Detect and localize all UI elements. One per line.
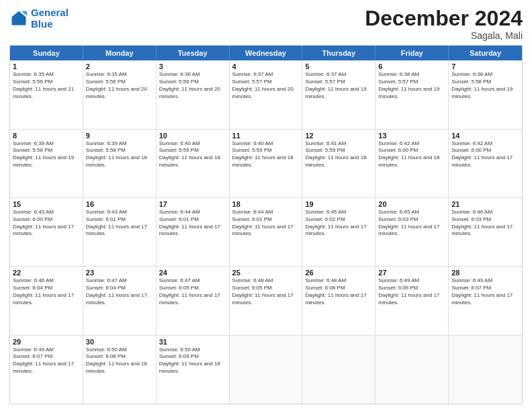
day-number: 30 bbox=[86, 338, 153, 346]
header-day-friday: Friday bbox=[375, 46, 449, 60]
cal-cell: 30 Sunrise: 6:50 AM Sunset: 6:08 PM Dayl… bbox=[83, 336, 157, 404]
cell-info: Sunrise: 6:48 AM Sunset: 6:05 PM Dayligh… bbox=[232, 277, 300, 306]
cal-cell: 15 Sunrise: 6:43 AM Sunset: 6:00 PM Dayl… bbox=[10, 198, 83, 266]
cell-info: Sunrise: 6:50 AM Sunset: 6:08 PM Dayligh… bbox=[86, 347, 153, 375]
cell-info: Sunrise: 6:38 AM Sunset: 5:58 PM Dayligh… bbox=[451, 71, 519, 100]
cal-cell: 26 Sunrise: 6:48 AM Sunset: 6:06 PM Dayl… bbox=[302, 267, 375, 334]
cell-info: Sunrise: 6:40 AM Sunset: 5:59 PM Dayligh… bbox=[232, 140, 300, 169]
day-number: 5 bbox=[305, 62, 372, 71]
day-number: 1 bbox=[13, 62, 80, 71]
calendar-body: 1 Sunrise: 6:35 AM Sunset: 5:56 PM Dayli… bbox=[10, 60, 522, 404]
location: Sagala, Mali bbox=[365, 30, 523, 41]
cell-info: Sunrise: 6:40 AM Sunset: 5:59 PM Dayligh… bbox=[159, 140, 226, 169]
day-number: 27 bbox=[378, 269, 445, 277]
day-number: 16 bbox=[86, 200, 153, 208]
calendar: SundayMondayTuesdayWednesdayThursdayFrid… bbox=[9, 45, 523, 404]
header-day-sunday: Sunday bbox=[10, 46, 83, 60]
day-number: 7 bbox=[451, 62, 519, 71]
cal-cell: 10 Sunrise: 6:40 AM Sunset: 5:59 PM Dayl… bbox=[157, 130, 230, 197]
cal-cell: 8 Sunrise: 6:39 AM Sunset: 5:58 PM Dayli… bbox=[10, 130, 83, 197]
day-number: 28 bbox=[451, 269, 519, 277]
day-number: 24 bbox=[159, 269, 226, 277]
day-number: 17 bbox=[159, 200, 226, 208]
cal-cell: 2 Sunrise: 6:35 AM Sunset: 5:56 PM Dayli… bbox=[83, 60, 157, 128]
cell-info: Sunrise: 6:44 AM Sunset: 6:01 PM Dayligh… bbox=[159, 209, 226, 238]
cal-cell: 1 Sunrise: 6:35 AM Sunset: 5:56 PM Dayli… bbox=[10, 60, 83, 128]
day-number: 20 bbox=[378, 200, 445, 208]
cal-cell: 28 Sunrise: 6:49 AM Sunset: 6:07 PM Dayl… bbox=[449, 267, 522, 334]
cal-cell: 29 Sunrise: 6:49 AM Sunset: 6:07 PM Dayl… bbox=[10, 336, 83, 404]
cal-cell: 16 Sunrise: 6:43 AM Sunset: 6:01 PM Dayl… bbox=[83, 198, 157, 266]
week-row-5: 29 Sunrise: 6:49 AM Sunset: 6:07 PM Dayl… bbox=[10, 335, 522, 404]
cal-cell: 20 Sunrise: 6:45 AM Sunset: 6:03 PM Dayl… bbox=[375, 198, 449, 266]
cell-info: Sunrise: 6:50 AM Sunset: 6:09 PM Dayligh… bbox=[159, 347, 226, 375]
cell-info: Sunrise: 6:43 AM Sunset: 6:01 PM Dayligh… bbox=[86, 209, 153, 238]
cell-info: Sunrise: 6:49 AM Sunset: 6:07 PM Dayligh… bbox=[451, 277, 519, 306]
cell-info: Sunrise: 6:45 AM Sunset: 6:03 PM Dayligh… bbox=[378, 209, 445, 238]
cal-cell bbox=[375, 336, 449, 404]
logo-icon bbox=[9, 9, 28, 28]
day-number: 18 bbox=[232, 200, 300, 208]
cell-info: Sunrise: 6:43 AM Sunset: 6:00 PM Dayligh… bbox=[13, 209, 80, 238]
cal-cell bbox=[449, 336, 522, 404]
calendar-header: SundayMondayTuesdayWednesdayThursdayFrid… bbox=[10, 46, 522, 60]
cell-info: Sunrise: 6:38 AM Sunset: 5:57 PM Dayligh… bbox=[378, 71, 445, 100]
header-day-wednesday: Wednesday bbox=[230, 46, 303, 60]
cell-info: Sunrise: 6:46 AM Sunset: 6:03 PM Dayligh… bbox=[451, 209, 519, 238]
cal-cell: 4 Sunrise: 6:37 AM Sunset: 5:57 PM Dayli… bbox=[230, 60, 303, 128]
header-day-monday: Monday bbox=[83, 46, 157, 60]
cell-info: Sunrise: 6:42 AM Sunset: 6:00 PM Dayligh… bbox=[451, 140, 519, 169]
cal-cell: 22 Sunrise: 6:46 AM Sunset: 6:04 PM Dayl… bbox=[10, 267, 83, 334]
header-day-tuesday: Tuesday bbox=[157, 46, 230, 60]
month-title: December 2024 bbox=[365, 7, 523, 30]
cal-cell: 3 Sunrise: 6:36 AM Sunset: 5:56 PM Dayli… bbox=[157, 60, 230, 128]
cell-info: Sunrise: 6:47 AM Sunset: 6:05 PM Dayligh… bbox=[159, 277, 226, 306]
day-number: 6 bbox=[378, 62, 445, 71]
day-number: 14 bbox=[451, 132, 519, 140]
day-number: 13 bbox=[378, 132, 445, 140]
day-number: 19 bbox=[305, 200, 372, 208]
cal-cell: 19 Sunrise: 6:45 AM Sunset: 6:02 PM Dayl… bbox=[302, 198, 375, 266]
page: General Blue December 2024 Sagala, Mali … bbox=[0, 0, 532, 411]
week-row-1: 1 Sunrise: 6:35 AM Sunset: 5:56 PM Dayli… bbox=[10, 60, 522, 128]
cell-info: Sunrise: 6:46 AM Sunset: 6:04 PM Dayligh… bbox=[13, 277, 80, 306]
cell-info: Sunrise: 6:44 AM Sunset: 6:02 PM Dayligh… bbox=[232, 209, 300, 238]
cal-cell bbox=[302, 336, 375, 404]
cell-info: Sunrise: 6:35 AM Sunset: 5:56 PM Dayligh… bbox=[13, 71, 80, 100]
week-row-4: 22 Sunrise: 6:46 AM Sunset: 6:04 PM Dayl… bbox=[10, 266, 522, 334]
cell-info: Sunrise: 6:39 AM Sunset: 5:58 PM Dayligh… bbox=[86, 140, 153, 169]
day-number: 22 bbox=[13, 269, 80, 277]
cal-cell: 23 Sunrise: 6:47 AM Sunset: 6:04 PM Dayl… bbox=[83, 267, 157, 334]
cal-cell: 5 Sunrise: 6:37 AM Sunset: 5:57 PM Dayli… bbox=[302, 60, 375, 128]
cal-cell: 13 Sunrise: 6:42 AM Sunset: 6:00 PM Dayl… bbox=[375, 130, 449, 197]
cal-cell: 18 Sunrise: 6:44 AM Sunset: 6:02 PM Dayl… bbox=[230, 198, 303, 266]
cell-info: Sunrise: 6:42 AM Sunset: 6:00 PM Dayligh… bbox=[378, 140, 445, 169]
cal-cell: 27 Sunrise: 6:49 AM Sunset: 6:06 PM Dayl… bbox=[375, 267, 449, 334]
day-number: 3 bbox=[159, 62, 226, 71]
cell-info: Sunrise: 6:41 AM Sunset: 5:59 PM Dayligh… bbox=[305, 140, 372, 169]
cell-info: Sunrise: 6:36 AM Sunset: 5:56 PM Dayligh… bbox=[159, 71, 226, 100]
cell-info: Sunrise: 6:35 AM Sunset: 5:56 PM Dayligh… bbox=[86, 71, 153, 100]
day-number: 10 bbox=[159, 132, 226, 140]
cal-cell: 9 Sunrise: 6:39 AM Sunset: 5:58 PM Dayli… bbox=[83, 130, 157, 197]
day-number: 15 bbox=[13, 200, 80, 208]
cell-info: Sunrise: 6:39 AM Sunset: 5:58 PM Dayligh… bbox=[13, 140, 80, 169]
cell-info: Sunrise: 6:37 AM Sunset: 5:57 PM Dayligh… bbox=[232, 71, 300, 100]
cell-info: Sunrise: 6:37 AM Sunset: 5:57 PM Dayligh… bbox=[305, 71, 372, 100]
cal-cell: 14 Sunrise: 6:42 AM Sunset: 6:00 PM Dayl… bbox=[449, 130, 522, 197]
day-number: 23 bbox=[86, 269, 153, 277]
day-number: 9 bbox=[86, 132, 153, 140]
cal-cell: 24 Sunrise: 6:47 AM Sunset: 6:05 PM Dayl… bbox=[157, 267, 230, 334]
cal-cell: 17 Sunrise: 6:44 AM Sunset: 6:01 PM Dayl… bbox=[157, 198, 230, 266]
day-number: 8 bbox=[13, 132, 80, 140]
logo-text: General Blue bbox=[31, 7, 69, 30]
day-number: 29 bbox=[13, 338, 80, 346]
logo: General Blue bbox=[9, 7, 69, 30]
header-day-thursday: Thursday bbox=[302, 46, 375, 60]
header: General Blue December 2024 Sagala, Mali bbox=[9, 7, 523, 41]
cell-info: Sunrise: 6:45 AM Sunset: 6:02 PM Dayligh… bbox=[305, 209, 372, 238]
day-number: 26 bbox=[305, 269, 372, 277]
cal-cell: 6 Sunrise: 6:38 AM Sunset: 5:57 PM Dayli… bbox=[375, 60, 449, 128]
cell-info: Sunrise: 6:49 AM Sunset: 6:06 PM Dayligh… bbox=[378, 277, 445, 306]
week-row-3: 15 Sunrise: 6:43 AM Sunset: 6:00 PM Dayl… bbox=[10, 197, 522, 266]
